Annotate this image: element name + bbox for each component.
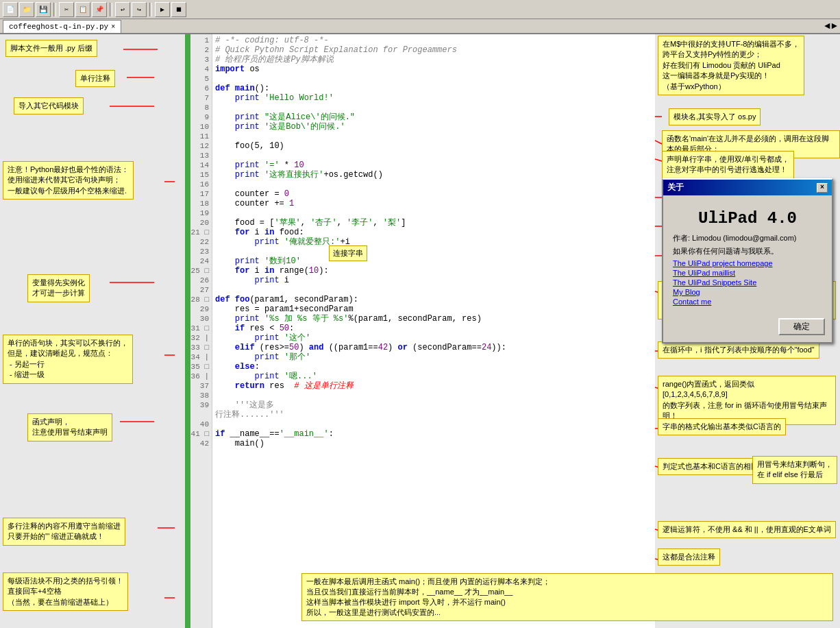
- code-line-23: [215, 247, 652, 256]
- dialog-link-snippets[interactable]: The UliPad Snippets Site: [673, 278, 822, 287]
- line-num: 28 □: [190, 295, 212, 304]
- tab-active[interactable]: coffeeghost-q-in-py.py ×: [3, 20, 121, 33]
- line-num: 15: [190, 170, 212, 180]
- dialog-ok-button[interactable]: 确定: [778, 318, 825, 335]
- ann-for-loop: 在循环中，i 指代了列表中按顺序的每个"food": [658, 341, 819, 359]
- line-num: 26: [190, 276, 212, 285]
- left-annotations-panel: 脚本文件一般用 .py 后缀 单行注释 导入其它代码模块 注意！Python最好…: [0, 34, 185, 628]
- code-line-21: for i in food:: [215, 228, 652, 237]
- ann-no-braces: 每级语法块不用}之类的括号引领！直接回车+4空格（当然，要在当前缩进基础上）: [3, 572, 128, 611]
- ann-string-decl: 声明单行字串，使用双/单引号都成，注意对字串中的引号进行逃逸处理！: [662, 151, 794, 179]
- right-annotations-panel: 在M$中很好的支持UTF-8的编辑器不多，跨平台又支持Py特性的更少；好在我们有…: [655, 34, 840, 628]
- toolbar-undo[interactable]: ↩: [115, 2, 130, 17]
- dialog-link-contact[interactable]: Contact me: [673, 298, 822, 306]
- code-line-13: [215, 151, 652, 160]
- ann-variable: 变量得先实例化才可进一步计算: [27, 274, 90, 302]
- tab-close-button[interactable]: ×: [111, 23, 115, 31]
- toolbar-new[interactable]: 📄: [3, 2, 18, 17]
- code-line-9: print "这是Alice\'的问候.": [215, 112, 652, 122]
- code-line-17: counter = 0: [215, 189, 652, 199]
- code-line-16: [215, 180, 652, 189]
- tab-bar: coffeeghost-q-in-py.py × ◄ ►: [0, 19, 840, 34]
- line-num: 3: [190, 55, 212, 64]
- dialog-link-homepage[interactable]: The UliPad project homepage: [673, 259, 822, 267]
- sep2: [110, 3, 112, 16]
- code-line-29: res = param1+secondParam: [215, 304, 652, 314]
- ann-import: 导入其它代码模块: [14, 97, 84, 114]
- editor-main-area: 脚本文件一般用 .py 后缀 单行注释 导入其它代码模块 注意！Python最好…: [0, 34, 840, 628]
- line-num: 11: [190, 132, 212, 141]
- line-num: 18: [190, 199, 212, 208]
- toolbar-open[interactable]: 📁: [19, 2, 34, 17]
- code-line-18: counter += 1: [215, 199, 652, 208]
- tab-filename: coffeeghost-q-in-py.py: [9, 23, 108, 31]
- line-num: 27: [190, 285, 212, 295]
- next-tab-arrow[interactable]: ►: [832, 21, 837, 32]
- toolbar-redo[interactable]: ↪: [132, 2, 147, 17]
- line-num: 21 □: [190, 228, 212, 237]
- line-num: 10: [190, 122, 212, 132]
- dialog-body: UliPad 4.0 作者: Limodou (limodou@gmail.co…: [663, 195, 832, 314]
- line-num: 34 |: [190, 352, 212, 362]
- line-num: 39: [190, 400, 212, 410]
- line-num: 22: [190, 237, 212, 247]
- code-line-40: [215, 420, 652, 429]
- line-num: 6: [190, 84, 212, 93]
- toolbar-cut[interactable]: ✂: [59, 2, 74, 17]
- line-num: 9: [190, 112, 212, 122]
- dialog-link-maillist[interactable]: The UliPad maillist: [673, 269, 822, 277]
- code-line-34: print '那个': [215, 352, 652, 362]
- dialog-close-button[interactable]: ×: [817, 183, 828, 193]
- code-line-28: def foo(param1, secondParam):: [215, 295, 652, 304]
- prev-tab-arrow[interactable]: ◄: [824, 21, 830, 32]
- ann-single-comment: 单行注释: [75, 70, 115, 87]
- code-line-10: print '这是Bob\'的问候.': [215, 122, 652, 132]
- dialog-footer: 确定: [663, 314, 832, 342]
- ann-module-name: 模块名,其实导入了 os.py: [669, 108, 761, 125]
- code-line-26: print i: [215, 276, 652, 285]
- line-num: 40: [190, 420, 212, 429]
- line-num: 12: [190, 141, 212, 151]
- ann-colon-end: 用冒号来结束判断句，在 if elif else 行最后: [752, 456, 837, 484]
- code-line-25: for i in range(10):: [215, 266, 652, 276]
- dialog-contact-message: 如果你有任何问题请与我联系。: [673, 246, 822, 256]
- dialog-app-name: UliPad 4.0: [673, 209, 822, 228]
- ann-multiline-comment: 多行注释的内容不用遵守当前缩进只要开始的''' 缩进正确就成！: [3, 518, 125, 546]
- code-content-area[interactable]: # -*- coding: utf-8 -*- # Quick Pytohn S…: [212, 34, 655, 628]
- line-num: 14: [190, 160, 212, 170]
- line-num: 4: [190, 64, 212, 74]
- line-num: 33 □: [190, 343, 212, 352]
- line-num: 24: [190, 256, 212, 266]
- toolbar-save[interactable]: 💾: [36, 2, 51, 17]
- sep3: [149, 3, 152, 16]
- line-num: 30: [190, 314, 212, 324]
- code-line-3: # 给程序员的超快速Py脚本解说: [215, 55, 652, 64]
- line-num: 17: [190, 189, 212, 199]
- code-editor[interactable]: 1 2 3 4 5 6 7 8 9 10 11 12 13 14 15 16 1…: [185, 34, 655, 628]
- dialog-author-text: 作者: Limodou (limodou@gmail.com): [673, 233, 822, 243]
- line-num: 36 |: [190, 372, 212, 381]
- ann-main-bottom: 一般在脚本最后调用主函式 main()；而且使用 内置的运行脚本名来判定； 当且…: [301, 573, 833, 621]
- toolbar-run[interactable]: ▶: [155, 2, 170, 17]
- toolbar-stop[interactable]: ⏹: [171, 2, 186, 17]
- main-container: 📄 📁 💾 ✂ 📋 📌 ↩ ↪ ▶ ⏹ coffeeghost-q-in-py.…: [0, 0, 840, 628]
- code-line-36: print '嗯...': [215, 372, 652, 381]
- code-line-39b: 行注释......''': [215, 410, 652, 420]
- svg-line-10: [655, 141, 662, 144]
- dialog-title-text: 关于: [667, 182, 684, 193]
- code-line-27: [215, 285, 652, 295]
- code-line-31: if res < 50:: [215, 324, 652, 333]
- code-line-2: # Quick Pytohn Script Explanation for Pr…: [215, 45, 652, 55]
- code-line-32: print '这个': [215, 333, 652, 343]
- code-line-14: print '=' * 10: [215, 160, 652, 170]
- code-line-22: print '俺就爱整只:'+i: [215, 237, 652, 247]
- toolbar-copy[interactable]: 📋: [75, 2, 90, 17]
- toolbar-paste[interactable]: 📌: [92, 2, 107, 17]
- dialog-link-blog[interactable]: My Blog: [673, 288, 822, 296]
- line-num: 1: [190, 36, 212, 45]
- line-num: 42: [190, 439, 212, 448]
- ann-function-decl: 函式声明，注意使用冒号结束声明: [27, 413, 112, 442]
- code-line-24: print '数到10': [215, 256, 652, 266]
- ann-connect-string: 连接字串: [329, 245, 367, 261]
- dialog-title-bar: 关于 ×: [663, 180, 832, 195]
